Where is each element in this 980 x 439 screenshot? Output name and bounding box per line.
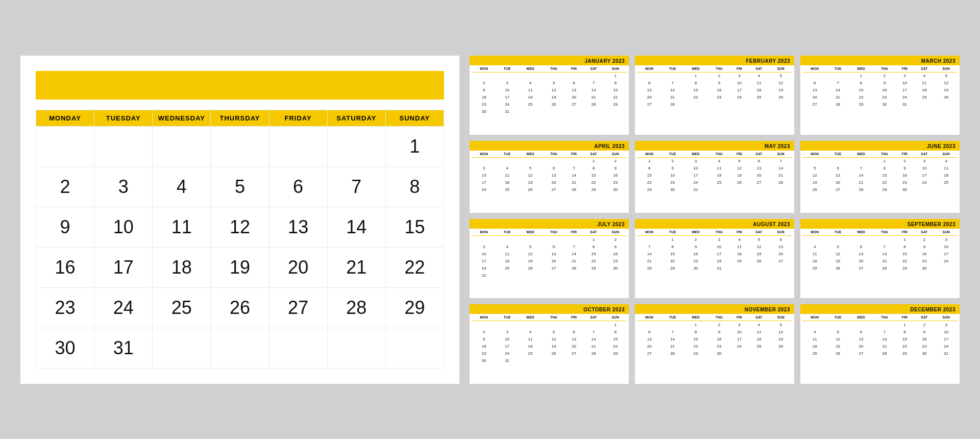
mini-cal-day-cell: 19	[543, 94, 565, 101]
mini-cal-day-cell	[849, 321, 873, 329]
mini-cal-day-cell: 14	[873, 335, 895, 343]
mini-cal-day-cell	[770, 350, 793, 357]
mini-cal-day-cell: 10	[496, 335, 518, 343]
mini-cal-week-row: 11121314151617	[802, 250, 958, 257]
mini-calendar: JULY 2023MONTUEWEDTHUFRISATSUN 123456789…	[470, 219, 629, 298]
mini-cal-day-cell: 20	[565, 343, 583, 350]
mini-cal-day-cell: 19	[730, 172, 749, 179]
mini-cal-day-cell: 8	[683, 80, 708, 87]
mini-cal-day-cell	[730, 101, 749, 108]
mini-cal-day-header: FRI	[730, 151, 749, 158]
mini-cal-week-row: 20212223242526	[637, 94, 792, 101]
mini-calendar: OCTOBER 2023MONTUEWEDTHUFRISATSUN 123456…	[470, 304, 629, 383]
mini-cal-day-cell: 21	[873, 343, 895, 350]
mini-cal-day-cell: 4	[802, 328, 827, 335]
mini-cal-day-cell: 7	[637, 243, 662, 250]
large-cal-week-row: 1	[36, 126, 444, 166]
mini-cal-day-cell: 14	[662, 87, 683, 94]
mini-cal-day-cell: 27	[637, 101, 662, 108]
mini-cal-title: JANUARY 2023	[474, 58, 625, 64]
mini-cal-day-cell: 15	[896, 250, 914, 257]
mini-cal-day-header: WED	[849, 314, 873, 321]
mini-cal-week-row: 12	[472, 157, 627, 165]
mini-cal-day-cell	[543, 357, 565, 364]
mini-cal-week-row: 12345	[802, 72, 958, 80]
mini-cal-day-cell: 11	[802, 250, 827, 257]
mini-cal-week-row: 2728293031	[802, 101, 958, 108]
mini-cal-week-row: 78910111213	[637, 243, 792, 250]
mini-cal-day-cell: 21	[849, 179, 873, 186]
mini-cal-day-cell	[748, 101, 769, 108]
mini-cal-day-cell: 18	[748, 335, 769, 343]
large-cal-day-cell	[94, 126, 153, 166]
mini-cal-day-cell: 20	[770, 250, 793, 257]
mini-cal-title: OCTOBER 2023	[474, 307, 625, 312]
mini-cal-day-cell: 17	[496, 343, 518, 350]
mini-cal-day-cell: 2	[472, 80, 496, 87]
mini-cal-week-row: 12345	[637, 321, 792, 329]
mini-cal-day-cell: 3	[496, 80, 518, 87]
mini-cal-day-cell: 2	[896, 157, 914, 165]
mini-cal-day-cell: 21	[583, 94, 604, 101]
mini-cal-day-cell: 20	[637, 343, 662, 350]
mini-cal-day-cell: 19	[518, 257, 543, 264]
mini-cal-day-cell	[637, 321, 662, 329]
mini-cal-day-cell: 6	[849, 243, 873, 250]
mini-cal-day-cell: 31	[472, 272, 496, 279]
large-cal-day-cell	[327, 126, 385, 166]
mini-cal-day-cell: 12	[543, 87, 565, 94]
mini-cal-day-cell: 19	[770, 87, 793, 94]
mini-cal-day-cell	[914, 101, 935, 108]
large-cal-day-cell: 2	[36, 166, 94, 207]
mini-cal-day-cell: 16	[472, 94, 496, 101]
mini-cal-day-cell: 29	[896, 350, 914, 357]
mini-cal-day-cell	[496, 321, 518, 329]
mini-cal-day-cell: 7	[583, 328, 604, 335]
mini-cal-day-cell: 12	[518, 250, 543, 257]
large-cal-day-cell	[269, 126, 327, 166]
mini-cal-day-cell: 13	[748, 165, 769, 172]
large-cal-day-cell: 14	[327, 207, 385, 247]
mini-cal-day-header: SUN	[935, 229, 958, 236]
mini-cal-day-cell: 24	[935, 343, 958, 350]
mini-cal-day-cell: 11	[748, 328, 769, 335]
mini-cal-day-cell: 11	[730, 243, 749, 250]
mini-cal-day-header: WED	[518, 151, 543, 158]
mini-cal-week-row: 19202122232425	[802, 179, 958, 186]
mini-cal-day-cell: 22	[662, 257, 683, 264]
mini-cal-day-header: TUE	[662, 65, 683, 72]
mini-cal-title: DECEMBER 2023	[804, 307, 955, 312]
mini-cal-day-cell: 13	[827, 172, 849, 179]
mini-cal-day-header: SUN	[604, 314, 627, 321]
mini-cal-day-header: TUE	[496, 229, 518, 236]
mini-cal-day-cell: 18	[802, 343, 827, 350]
mini-cal-day-cell: 7	[849, 165, 873, 172]
large-cal-day-cell: 8	[385, 166, 444, 207]
mini-cal-day-header: SAT	[748, 314, 769, 321]
large-cal-day-cell: 3	[94, 166, 153, 207]
mini-cal-day-cell: 9	[708, 80, 730, 87]
mini-cal-day-cell: 9	[873, 80, 895, 87]
mini-cal-day-header: THU	[708, 229, 730, 236]
mini-cal-day-cell	[770, 264, 793, 272]
mini-cal-header: JANUARY 2023	[470, 56, 629, 65]
mini-cal-day-header: TUE	[496, 151, 518, 158]
mini-cal-day-cell: 23	[708, 343, 730, 350]
mini-cal-day-cell: 16	[914, 335, 935, 343]
calendar-page: MONDAYTUESDAYWEDNESDAYTHURSDAYFRIDAYSATU…	[10, 45, 970, 394]
mini-cal-day-header: THU	[873, 151, 895, 158]
mini-cal-day-cell: 17	[683, 172, 708, 179]
mini-cal-day-cell: 27	[770, 257, 793, 264]
large-cal-day-cell	[153, 328, 211, 368]
large-cal-day-cell: 12	[211, 207, 269, 247]
mini-cal-day-cell: 5	[827, 328, 849, 335]
mini-cal-day-cell: 18	[748, 87, 769, 94]
mini-cal-day-cell	[708, 101, 730, 108]
mini-cal-week-row: 45678910	[802, 243, 958, 250]
mini-cal-day-header: FRI	[730, 229, 749, 236]
mini-cal-day-header: FRI	[896, 65, 914, 72]
mini-cal-day-cell	[770, 101, 793, 108]
mini-cal-day-cell: 10	[896, 80, 914, 87]
mini-calendar: MARCH 2023MONTUEWEDTHUFRISATSUN 12345678…	[800, 56, 960, 135]
mini-cal-day-cell	[730, 264, 749, 272]
